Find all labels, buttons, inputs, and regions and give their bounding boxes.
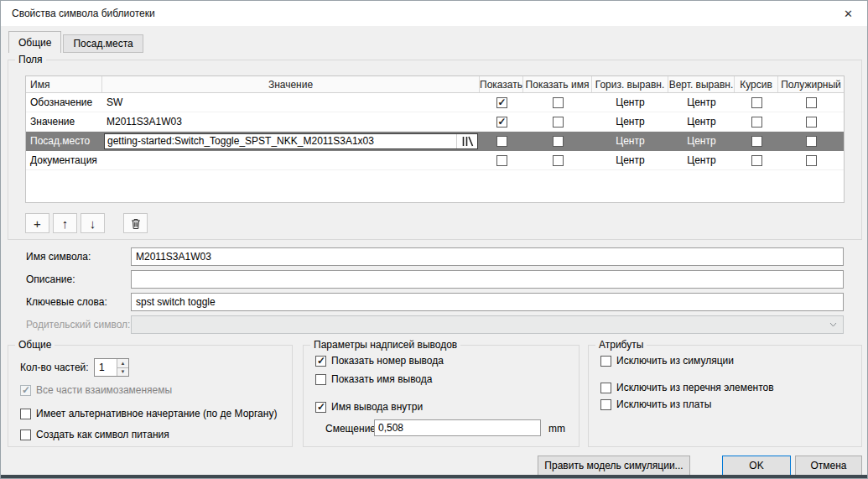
show-checkbox[interactable] xyxy=(496,97,507,108)
library-symbol-properties-dialog: Свойства символа библиотеки ✕ Общие Поса… xyxy=(0,0,868,479)
exclude-bom-checkbox[interactable] xyxy=(600,383,611,393)
field-row-2[interactable]: Посад.местоЦентрЦентр xyxy=(26,132,844,151)
show-cell[interactable] xyxy=(480,151,523,169)
add-field-button[interactable]: + xyxy=(25,213,49,233)
field-value-cell[interactable]: M2011S3A1W03 xyxy=(102,112,480,131)
v-align-cell[interactable]: Центр xyxy=(668,112,735,131)
bold-checkbox[interactable] xyxy=(806,97,817,108)
delete-field-button[interactable] xyxy=(123,213,148,233)
field-name-cell[interactable]: Значение xyxy=(26,112,102,131)
move-field-down-button[interactable]: ↓ xyxy=(81,213,105,233)
column-header-name[interactable]: Имя xyxy=(26,76,102,92)
field-value-cell[interactable] xyxy=(102,151,480,169)
footprint-browse-button[interactable] xyxy=(456,134,477,148)
show-name-checkbox[interactable] xyxy=(553,136,564,147)
bold-cell[interactable] xyxy=(778,151,844,169)
column-header-italic[interactable]: Курсив xyxy=(735,76,778,92)
alternate-body-row[interactable]: Имеет альтернативное начертание (по де М… xyxy=(20,408,277,419)
pin-name-inside-checkbox[interactable] xyxy=(315,402,326,413)
exclude-simulation-checkbox[interactable] xyxy=(600,356,611,367)
exclude-board-checkbox[interactable] xyxy=(600,399,611,410)
show-pin-number-row[interactable]: Показать номер вывода xyxy=(315,355,444,367)
field-name-cell[interactable]: Обозначение xyxy=(26,93,102,112)
bold-cell[interactable] xyxy=(778,112,844,131)
pin-name-inside-row[interactable]: Имя вывода внутри xyxy=(315,401,423,413)
show-name-cell[interactable] xyxy=(523,93,592,112)
field-row-1[interactable]: ЗначениеM2011S3A1W03ЦентрЦентр xyxy=(26,112,844,132)
exclude-simulation-row[interactable]: Исключить из симуляции xyxy=(600,355,734,367)
show-checkbox[interactable] xyxy=(496,136,507,147)
v-align-cell[interactable]: Центр xyxy=(668,151,735,169)
show-pin-name-checkbox[interactable] xyxy=(315,374,326,385)
field-name-cell[interactable]: Документация xyxy=(26,151,102,169)
bold-checkbox[interactable] xyxy=(806,155,817,166)
show-name-cell[interactable] xyxy=(523,151,592,169)
bold-cell[interactable] xyxy=(778,93,844,112)
italic-cell[interactable] xyxy=(735,132,778,150)
h-align-cell[interactable]: Центр xyxy=(592,132,668,150)
bold-cell[interactable] xyxy=(778,132,844,150)
tab-general[interactable]: Общие xyxy=(8,31,61,53)
v-align-cell[interactable]: Центр xyxy=(668,132,735,150)
field-value-cell[interactable]: SW xyxy=(102,93,480,112)
show-cell[interactable] xyxy=(480,132,523,150)
bold-checkbox[interactable] xyxy=(806,136,817,147)
parent-symbol-combo xyxy=(131,315,844,334)
italic-checkbox[interactable] xyxy=(751,97,762,108)
ok-button[interactable]: OK xyxy=(722,456,791,476)
offset-input[interactable] xyxy=(374,419,541,436)
description-input[interactable] xyxy=(131,270,844,289)
h-align-cell[interactable]: Центр xyxy=(592,112,668,131)
column-header-showname[interactable]: Показать имя xyxy=(523,76,592,92)
power-symbol-row[interactable]: Создать как символ питания xyxy=(20,429,169,440)
show-cell[interactable] xyxy=(480,93,523,112)
symbol-name-input[interactable] xyxy=(131,247,844,266)
h-align-cell[interactable]: Центр xyxy=(592,151,668,169)
italic-checkbox[interactable] xyxy=(751,136,762,147)
show-pin-number-checkbox[interactable] xyxy=(315,356,326,367)
bold-checkbox[interactable] xyxy=(806,117,817,128)
column-header-bold[interactable]: Полужирный xyxy=(778,76,844,92)
close-button[interactable]: ✕ xyxy=(829,1,867,26)
move-field-up-button[interactable]: ↑ xyxy=(53,213,77,233)
italic-cell[interactable] xyxy=(735,151,778,169)
alternate-body-checkbox[interactable] xyxy=(20,409,31,419)
show-name-cell[interactable] xyxy=(523,112,592,131)
show-checkbox[interactable] xyxy=(496,117,507,128)
power-symbol-checkbox[interactable] xyxy=(20,430,31,440)
italic-checkbox[interactable] xyxy=(751,155,762,166)
spinner-up-button[interactable] xyxy=(117,359,128,367)
column-header-value[interactable]: Значение xyxy=(102,76,480,92)
v-align-cell[interactable]: Центр xyxy=(668,93,735,112)
edit-simulation-model-button[interactable]: Править модель симуляции... xyxy=(538,456,690,476)
show-name-checkbox[interactable] xyxy=(553,117,564,128)
column-header-show[interactable]: Показать xyxy=(480,76,523,92)
show-checkbox[interactable] xyxy=(496,155,507,166)
tab-footprints[interactable]: Посад.места xyxy=(63,34,143,53)
show-cell[interactable] xyxy=(480,112,523,131)
pin-text-group-title: Параметры надписей выводов xyxy=(310,339,460,351)
field-value-cell[interactable] xyxy=(102,132,480,150)
interchangeable-units-row: Все части взаимозаменяемы xyxy=(20,384,172,396)
exclude-bom-row[interactable]: Исключить из перечня элементов xyxy=(600,382,774,393)
exclude-board-row[interactable]: Исключить из платы xyxy=(600,398,711,410)
keywords-input[interactable] xyxy=(131,293,844,311)
show-name-checkbox[interactable] xyxy=(553,97,564,108)
italic-cell[interactable] xyxy=(735,112,778,131)
cancel-button[interactable]: Отмена xyxy=(795,456,862,476)
field-row-3[interactable]: ДокументацияЦентрЦентр xyxy=(26,151,844,170)
column-header-halign[interactable]: Гориз. выравн. xyxy=(592,76,668,92)
spinner-down-button[interactable] xyxy=(117,367,128,377)
field-row-0[interactable]: ОбозначениеSWЦентрЦентр xyxy=(26,93,844,112)
unit-count-spinner[interactable]: 1 xyxy=(94,358,129,377)
show-name-cell[interactable] xyxy=(523,132,592,150)
h-align-cell[interactable]: Центр xyxy=(592,93,668,112)
field-name-cell[interactable]: Посад.место xyxy=(26,132,102,150)
footprint-editor-input[interactable] xyxy=(105,134,456,148)
column-header-valign[interactable]: Верт. выравн. xyxy=(668,76,735,92)
show-pin-name-row[interactable]: Показать имя вывода xyxy=(315,373,432,385)
titlebar[interactable]: Свойства символа библиотеки ✕ xyxy=(1,1,867,26)
italic-checkbox[interactable] xyxy=(751,117,762,128)
italic-cell[interactable] xyxy=(735,93,778,112)
show-name-checkbox[interactable] xyxy=(553,155,564,166)
